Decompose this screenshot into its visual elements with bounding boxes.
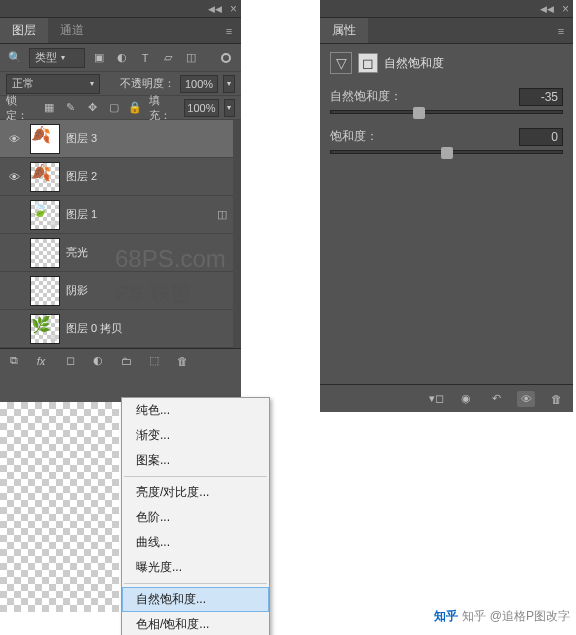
filter-smart-icon[interactable]: ◫	[182, 49, 200, 67]
visibility-icon[interactable]: 👁	[4, 129, 24, 149]
vibrance-value[interactable]: -35	[519, 88, 563, 106]
filter-adjust-icon[interactable]: ◐	[113, 49, 131, 67]
lock-artboard-icon[interactable]: ▢	[106, 99, 122, 117]
toggle-visibility-icon[interactable]: 👁	[517, 391, 535, 407]
menu-item[interactable]: 色相/饱和度...	[122, 612, 269, 635]
canvas-checker-bg	[0, 402, 119, 612]
slider-thumb[interactable]	[441, 147, 453, 159]
mask-icon[interactable]: ◻	[62, 354, 78, 367]
layers-bottom-bar: ⧉ fx ◻ ◐ 🗀 ⬚ 🗑	[0, 348, 241, 372]
lock-brush-icon[interactable]: ✎	[63, 99, 79, 117]
layer-thumb[interactable]: 🍂	[30, 162, 60, 192]
lock-trans-icon[interactable]: ▦	[41, 99, 57, 117]
fill-value[interactable]: 100%	[184, 99, 219, 117]
panel-tabs: 属性 ≡	[320, 18, 573, 44]
slider-thumb[interactable]	[413, 107, 425, 119]
fill-label: 填充：	[149, 93, 179, 123]
layer-thumb[interactable]: 🍂	[30, 124, 60, 154]
layer-thumb[interactable]	[30, 276, 60, 306]
visibility-icon[interactable]	[4, 205, 24, 225]
visibility-icon[interactable]: 👁	[4, 167, 24, 187]
scrollbar[interactable]	[233, 120, 241, 348]
vibrance-slider-group: 自然饱和度： -35	[330, 88, 563, 114]
opacity-caret[interactable]: ▾	[223, 75, 235, 93]
layer-name: 图层 0 拷贝	[66, 321, 122, 336]
trash-icon[interactable]: 🗑	[174, 355, 190, 367]
panel-menu-icon[interactable]: ≡	[217, 18, 241, 43]
layer-thumb[interactable]	[30, 238, 60, 268]
layer-item[interactable]: 👁 🍂 图层 3	[0, 120, 241, 158]
lock-row: 锁定： ▦ ✎ ✥ ▢ 🔒 填充： 100% ▾	[0, 96, 241, 120]
filter-pixel-icon[interactable]: ▣	[90, 49, 108, 67]
panel-titlebar: ◀◀ ×	[0, 0, 241, 18]
adjustment-header: ▽ ◻ 自然饱和度	[330, 52, 563, 74]
menu-item[interactable]: 曝光度...	[122, 555, 269, 580]
adjustment-title: 自然饱和度	[384, 55, 444, 72]
menu-item[interactable]: 亮度/对比度...	[122, 480, 269, 505]
blend-mode-dropdown[interactable]: 正常▾	[6, 74, 100, 94]
menu-item[interactable]: 曲线...	[122, 530, 269, 555]
menu-item[interactable]: 图案...	[122, 448, 269, 473]
folder-icon[interactable]: 🗀	[118, 355, 134, 367]
close-icon[interactable]: ×	[562, 2, 569, 16]
adjustment-menu: 纯色... 渐变... 图案... 亮度/对比度... 色阶... 曲线... …	[121, 397, 270, 635]
layer-item[interactable]: 👁 🍂 图层 2	[0, 158, 241, 196]
filter-type-dropdown[interactable]: 类型▾	[29, 48, 85, 68]
layer-name: 图层 1	[66, 207, 97, 222]
filter-text-icon[interactable]: T	[136, 49, 154, 67]
blend-mode-label: 正常	[12, 76, 34, 91]
lock-move-icon[interactable]: ✥	[84, 99, 100, 117]
opacity-value[interactable]: 100%	[180, 75, 218, 93]
properties-panel: ◀◀ × 属性 ≡ ▽ ◻ 自然饱和度 自然饱和度： -35 饱和度： 0	[320, 0, 573, 412]
panel-titlebar: ◀◀ ×	[320, 0, 573, 18]
saturation-value[interactable]: 0	[519, 128, 563, 146]
saturation-slider[interactable]	[330, 150, 563, 154]
layer-item[interactable]: 🍃▦ 图层 1 ◫	[0, 196, 241, 234]
layer-item[interactable]: 阴影	[0, 272, 241, 310]
layer-thumb[interactable]: 🍃▦	[30, 200, 60, 230]
layer-item[interactable]: 🌿▦ 图层 0 拷贝	[0, 310, 241, 348]
layer-name: 阴影	[66, 283, 88, 298]
new-layer-icon[interactable]: ⬚	[146, 354, 162, 367]
filter-shape-icon[interactable]: ▱	[159, 49, 177, 67]
clip-icon[interactable]: ▾◻	[427, 392, 445, 405]
fill-caret[interactable]: ▾	[224, 99, 235, 117]
menu-separator	[124, 476, 267, 477]
zhihu-attribution: 知乎知乎 @追格P图改字	[434, 608, 570, 625]
close-icon[interactable]: ×	[230, 2, 237, 16]
search-icon[interactable]: 🔍	[6, 49, 24, 67]
layer-item[interactable]: 亮光	[0, 234, 241, 272]
collapse-icon[interactable]: ◀◀	[208, 4, 222, 14]
filter-row: 🔍 类型▾ ▣ ◐ T ▱ ◫	[0, 44, 241, 72]
visibility-icon[interactable]	[4, 319, 24, 339]
saturation-slider-group: 饱和度： 0	[330, 128, 563, 154]
adjustment-icon[interactable]: ◐	[90, 354, 106, 367]
fx-icon[interactable]: fx	[34, 355, 50, 367]
menu-item[interactable]: 渐变...	[122, 423, 269, 448]
trash-icon[interactable]: 🗑	[547, 393, 565, 405]
panel-menu-icon[interactable]: ≡	[549, 18, 573, 43]
visibility-icon[interactable]	[4, 243, 24, 263]
vibrance-label: 自然饱和度：	[330, 88, 402, 106]
layers-panel: ◀◀ × 图层 通道 ≡ 🔍 类型▾ ▣ ◐ T ▱ ◫ 正常▾ 不透明度： 1…	[0, 0, 241, 402]
vibrance-type-icon: ▽	[330, 52, 352, 74]
menu-item-vibrance[interactable]: 自然饱和度...	[122, 587, 269, 612]
tab-layers[interactable]: 图层	[0, 18, 48, 43]
collapse-icon[interactable]: ◀◀	[540, 4, 554, 14]
tab-properties[interactable]: 属性	[320, 18, 368, 43]
filter-label: 类型	[35, 50, 57, 65]
link-icon[interactable]: ⧉	[6, 354, 22, 367]
lock-all-icon[interactable]: 🔒	[127, 99, 143, 117]
vibrance-slider[interactable]	[330, 110, 563, 114]
visibility-icon[interactable]	[4, 281, 24, 301]
tab-channels[interactable]: 通道	[48, 18, 96, 43]
menu-item[interactable]: 色阶...	[122, 505, 269, 530]
layer-name: 图层 2	[66, 169, 97, 184]
layer-thumb[interactable]: 🌿▦	[30, 314, 60, 344]
panel-tabs: 图层 通道 ≡	[0, 18, 241, 44]
filter-toggle-icon[interactable]	[217, 49, 235, 67]
view-previous-icon[interactable]: ◉	[457, 392, 475, 405]
reset-icon[interactable]: ↶	[487, 392, 505, 405]
menu-item[interactable]: 纯色...	[122, 398, 269, 423]
mask-thumb-icon[interactable]: ◻	[358, 53, 378, 73]
